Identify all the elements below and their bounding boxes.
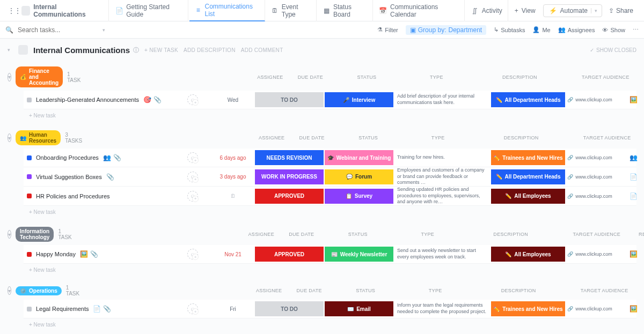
type-badge[interactable]: 🎤 Interview <box>325 92 393 107</box>
tab-comm-list[interactable]: ≡Communications List <box>189 0 265 21</box>
due-date-cell[interactable]: Fri <box>211 306 254 312</box>
workspace-title[interactable]: ⋮⋮ Internal Communications <box>5 0 109 21</box>
tab-calendar[interactable]: 📅Communications Calendar <box>374 0 465 21</box>
chevron-down-icon[interactable]: ▾ <box>8 47 13 53</box>
type-badge[interactable]: 💬 Forum <box>325 169 393 184</box>
audience-badge[interactable]: ✏️ All Department Heads <box>491 92 565 107</box>
show-button[interactable]: 👁Show <box>602 27 625 33</box>
collapse-toggle[interactable]: ▾ <box>8 73 11 81</box>
new-task-button[interactable]: + New task <box>8 109 636 124</box>
assignee-cell[interactable]: ☺ <box>174 249 211 259</box>
audience-badge[interactable]: ✏️ All Department Heads <box>491 169 565 184</box>
assignees-button[interactable]: 👥Assignees <box>558 26 595 33</box>
new-task-action[interactable]: + NEW TASK <box>144 47 178 53</box>
task-row[interactable]: Onboarding Procedures 👥📎 ☺ 6 days ago NE… <box>24 149 636 167</box>
type-badge[interactable]: 📰 Weekly Newsletter <box>325 247 393 262</box>
attachment-icon[interactable]: 📎 <box>90 250 98 258</box>
group-pill[interactable]: Information Technology <box>16 227 54 242</box>
show-closed-toggle[interactable]: ✓SHOW CLOSED <box>590 47 636 53</box>
group-pill[interactable]: 👥Human Resources <box>16 130 61 145</box>
due-date-cell[interactable]: Wed <box>211 97 254 103</box>
status-badge[interactable]: TO DO <box>255 92 324 107</box>
attachment-icon[interactable]: 📎 <box>103 305 111 313</box>
search-input[interactable] <box>18 26 98 34</box>
assignee-placeholder-icon[interactable]: ☺ <box>187 94 198 105</box>
share-button[interactable]: ⇪ Share <box>603 5 639 17</box>
assignee-placeholder-icon[interactable]: ☺ <box>187 303 198 314</box>
add-comment-action[interactable]: ADD COMMENT <box>241 47 283 53</box>
add-description-action[interactable]: ADD DESCRIPTION <box>184 47 236 53</box>
related-link[interactable]: 🔗www.clickup.com <box>566 155 614 160</box>
attachment-icon[interactable]: 🎯 <box>143 96 151 103</box>
related-file[interactable]: 🖼️ <box>614 305 644 313</box>
status-badge[interactable]: WORK IN PROGRESS <box>255 169 324 184</box>
task-row[interactable]: HR Policies and Procedures ☺ 🗓 APPROVED … <box>24 187 636 206</box>
filter-button[interactable]: ⚗Filter <box>377 26 398 33</box>
new-task-button[interactable]: + New task <box>8 264 636 278</box>
collapse-toggle[interactable]: ▾ <box>8 133 11 142</box>
type-badge[interactable]: ✉️ Email <box>325 301 393 316</box>
attachment-icon[interactable]: 📎 <box>153 96 162 103</box>
assignee-cell[interactable]: ☺ <box>174 152 211 163</box>
attachment-icon[interactable]: 📎 <box>113 154 121 161</box>
assignee-placeholder-icon[interactable]: ☺ <box>187 249 198 259</box>
assignee-placeholder-icon[interactable]: ☺ <box>187 191 198 202</box>
tab-status-board[interactable]: ▦Status Board <box>318 0 373 21</box>
tab-event-type[interactable]: 🗓Event Type <box>266 0 317 21</box>
due-date-cell[interactable]: 🗓 <box>211 193 254 199</box>
audience-badge[interactable]: ✏️ All Employees <box>491 247 565 262</box>
subtasks-button[interactable]: ↳Subtasks <box>494 26 525 33</box>
chevron-down-icon[interactable]: ▾ <box>103 27 108 33</box>
group-pill[interactable]: 💰Finance and Accounting <box>16 66 63 87</box>
related-file[interactable]: 🖼️ <box>614 96 644 103</box>
task-name-cell[interactable]: Virtual Suggestion Boxes 📎 <box>24 173 174 181</box>
status-badge[interactable]: APPROVED <box>255 189 324 204</box>
audience-badge[interactable]: ✏️ Trainees and New Hires <box>491 150 565 165</box>
audience-badge[interactable]: ✏️ Trainees and New Hires <box>491 301 565 316</box>
task-name-cell[interactable]: HR Policies and Procedures <box>24 193 174 199</box>
due-date-cell[interactable]: Nov 21 <box>211 251 254 257</box>
type-badge[interactable]: 🎓 Webinar and Training <box>325 150 393 165</box>
related-link[interactable]: 🔗www.clickup.com <box>566 194 614 199</box>
assignee-cell[interactable]: ☺ <box>174 303 211 314</box>
related-file[interactable]: 🖼️ <box>614 250 644 258</box>
related-file[interactable]: 📄 <box>614 173 644 181</box>
tab-getting-started[interactable]: 📄Getting Started Guide <box>110 0 188 21</box>
me-button[interactable]: 👤Me <box>532 26 550 33</box>
related-link[interactable]: 🔗www.clickup.com <box>566 174 614 180</box>
add-view-button[interactable]: + View <box>509 0 541 21</box>
new-task-button[interactable]: + New task <box>8 318 636 333</box>
assignee-cell[interactable]: ☺ <box>174 172 211 182</box>
assignee-cell[interactable]: ☺ <box>174 94 211 105</box>
related-file[interactable]: 👥 <box>614 154 644 161</box>
due-date-cell[interactable]: 6 days ago <box>211 155 254 161</box>
related-link[interactable]: 🔗www.clickup.com <box>566 251 614 257</box>
related-link[interactable]: 🔗www.clickup.com <box>566 306 614 311</box>
group-by-button[interactable]: ▣ Group by: Department <box>406 25 486 35</box>
status-badge[interactable]: APPROVED <box>255 247 324 262</box>
collapse-toggle[interactable]: ▾ <box>8 230 11 239</box>
assignee-cell[interactable]: ☺ <box>174 191 211 202</box>
related-file[interactable]: 📄 <box>614 192 644 200</box>
tab-activity[interactable]: ∬Activity <box>466 0 508 21</box>
attachment-icon[interactable]: 📎 <box>106 173 114 181</box>
attachment-icon[interactable]: 🖼️ <box>80 250 88 258</box>
task-name-cell[interactable]: Leadership-Generated Announcements 🎯📎 <box>24 96 174 103</box>
type-badge[interactable]: 📋 Survey <box>325 189 393 204</box>
attachment-icon[interactable]: 👥 <box>103 154 111 161</box>
group-pill[interactable]: ⚙️Operations <box>16 286 62 295</box>
automate-button[interactable]: ⚡ Automate ▾ <box>543 4 602 17</box>
more-icon[interactable]: ⋯ <box>633 26 639 33</box>
task-row[interactable]: Leadership-Generated Announcements 🎯📎 ☺ … <box>24 91 636 109</box>
task-row[interactable]: Virtual Suggestion Boxes 📎 ☺ 3 days ago … <box>24 167 636 187</box>
task-row[interactable]: Legal Requirements 📄📎 ☺ Fri TO DO ✉️ Ema… <box>24 300 636 318</box>
assignee-placeholder-icon[interactable]: ☺ <box>187 152 198 163</box>
task-name-cell[interactable]: Legal Requirements 📄📎 <box>24 305 174 313</box>
task-name-cell[interactable]: Onboarding Procedures 👥📎 <box>24 154 174 161</box>
status-badge[interactable]: TO DO <box>255 301 324 316</box>
status-badge[interactable]: NEEDS REVISION <box>255 150 324 165</box>
task-row[interactable]: Happy Monday 🖼️📎 ☺ Nov 21 APPROVED 📰 Wee… <box>24 245 636 264</box>
info-icon[interactable]: ⓘ <box>133 46 139 54</box>
assignee-placeholder-icon[interactable]: ☺ <box>187 172 198 182</box>
new-task-button[interactable]: + New task <box>8 206 636 220</box>
